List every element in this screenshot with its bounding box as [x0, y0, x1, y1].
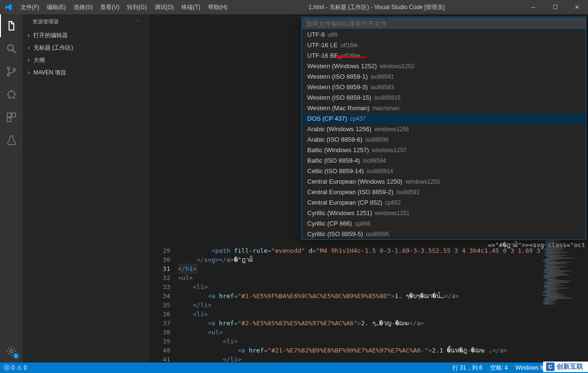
chevron-right-icon: › — [28, 42, 32, 53]
svg-point-14 — [10, 350, 13, 352]
files-icon — [6, 20, 17, 31]
chevron-right-icon: › — [28, 67, 32, 78]
settings-badge: 1 — [13, 353, 19, 359]
activity-scm[interactable] — [0, 60, 23, 83]
menu-selection[interactable]: 选择(S) — [70, 0, 96, 14]
vscode-icon — [0, 3, 17, 11]
chevron-right-icon: › — [28, 55, 32, 65]
encoding-option[interactable]: Central European (CP 852)cp852 — [302, 197, 586, 208]
menu-go[interactable]: 转到(G) — [123, 0, 150, 14]
activity-test[interactable] — [0, 129, 23, 152]
sidebar-section-workspace[interactable]: ›无标题 (工作区) — [23, 41, 149, 54]
encoding-option[interactable]: Central European (ISO 8859-2)iso88592 — [302, 187, 586, 197]
watermark: C 创新互联 — [543, 362, 588, 372]
encoding-option[interactable]: UTF-16 LEutf16le — [302, 40, 586, 51]
watermark-logo: C — [546, 363, 555, 371]
sidebar-section-open-editors[interactable]: ›打开的编辑器 — [23, 29, 149, 41]
activity-explorer[interactable] — [0, 14, 23, 37]
activity-debug[interactable] — [0, 83, 23, 106]
activity-extensions[interactable] — [0, 106, 23, 129]
menu-view[interactable]: 查看(V) — [96, 0, 123, 14]
encoding-option[interactable]: Cyrillic (CP 866)cp866 — [302, 218, 586, 229]
encoding-option[interactable]: Western (ISO 8859-1)iso88591 — [302, 72, 586, 82]
encoding-option[interactable]: UTF-16 BEutf16be — [302, 51, 586, 61]
encoding-option[interactable]: DOS (CP 437)cp437 — [302, 114, 586, 124]
activity-settings[interactable]: 1 — [0, 340, 23, 363]
encoding-option[interactable]: Baltic (ISO 8859-4)iso88594 — [302, 155, 586, 166]
encoding-option[interactable]: Baltic (Windows 1257)windows1257 — [302, 145, 586, 155]
svg-point-0 — [8, 45, 13, 51]
encoding-option[interactable]: Arabic (Windows 1256)windows1256 — [302, 124, 586, 135]
search-icon — [6, 43, 17, 54]
encoding-option[interactable]: Western (Mac Roman)macroman — [302, 103, 586, 114]
svg-line-9 — [8, 97, 9, 99]
line-numbers: 29303132333435363738394041 — [149, 14, 178, 363]
svg-point-3 — [8, 74, 10, 76]
encoding-option[interactable]: Central European (Windows 1250)windows12… — [302, 176, 586, 187]
bug-icon — [6, 89, 17, 100]
svg-point-2 — [8, 67, 10, 70]
svg-point-5 — [8, 91, 15, 98]
activity-bar: 1 — [0, 14, 23, 363]
maximize-button[interactable]: ☐ — [544, 0, 566, 14]
encoding-list[interactable]: UTF-8utf8UTF-16 LEutf16leUTF-16 BEutf16b… — [302, 30, 586, 239]
sidebar-section-maven[interactable]: ›MAVEN 项目 — [23, 66, 149, 79]
encoding-option[interactable]: Western (ISO 8859-3)iso88593 — [302, 82, 586, 93]
encoding-option[interactable]: UTF-8utf8 — [302, 30, 586, 40]
window-title: 1.html - 无标题 (工作区) - Visual Studio Code … — [231, 3, 522, 11]
menubar: 文件(F) 编辑(E) 选择(S) 查看(V) 转到(G) 调试(D) 终端(T… — [17, 0, 231, 14]
encoding-option[interactable]: Celtic (ISO 8859-14)iso885914 — [302, 166, 586, 176]
sidebar-title: 资源管理器⋯ — [23, 14, 149, 29]
menu-file[interactable]: 文件(F) — [17, 0, 43, 14]
svg-rect-12 — [12, 113, 16, 117]
chevron-right-icon: › — [28, 30, 32, 41]
menu-terminal[interactable]: 终端(T) — [178, 0, 204, 14]
svg-line-1 — [13, 50, 16, 53]
error-icon: ⓧ — [4, 364, 10, 372]
encoding-option[interactable]: Arabic (ISO 8859-6)iso88596 — [302, 135, 586, 145]
close-button[interactable]: ✕ — [566, 0, 588, 14]
menu-help[interactable]: 帮助(H) — [204, 0, 231, 14]
menu-edit[interactable]: 编辑(E) — [43, 0, 70, 14]
warning-icon: ⚠ — [17, 364, 22, 371]
encoding-dropdown: UTF-8utf8UTF-16 LEutf16leUTF-16 BEutf16b… — [301, 17, 586, 240]
encoding-search-input[interactable] — [303, 18, 586, 29]
sidebar: 资源管理器⋯ ›打开的编辑器 ›无标题 (工作区) ›大纲 ›MAVEN 项目 — [23, 14, 149, 363]
svg-line-10 — [14, 97, 15, 99]
status-line-col[interactable]: 行 31，列 6 — [449, 363, 486, 373]
encoding-option[interactable]: Cyrillic (ISO 8859-5)iso88595 — [302, 229, 586, 239]
menu-debug[interactable]: 调试(D) — [151, 0, 178, 14]
encoding-option[interactable]: Western (ISO 8859-15)iso885915 — [302, 93, 586, 103]
minimize-button[interactable]: ─ — [522, 0, 544, 14]
editor-area: ⇄ ◫ ⋯ .55 3 4 3h4c1.45 0 3 1.69 3�ๆๆ-���… — [149, 14, 588, 363]
activity-search[interactable] — [0, 37, 23, 60]
status-problems[interactable]: ⓧ0 ⚠0 — [0, 363, 31, 373]
encoding-option[interactable]: Western (Windows 1252)windows1252 — [302, 61, 586, 72]
status-indent[interactable]: 空格: 4 — [486, 363, 512, 373]
encoding-option[interactable]: Cyrillic (Windows 1251)windows1251 — [302, 208, 586, 218]
sidebar-section-outline[interactable]: ›大纲 — [23, 54, 149, 66]
branch-icon — [6, 66, 17, 77]
titlebar: 文件(F) 编辑(E) 选择(S) 查看(V) 转到(G) 调试(D) 终端(T… — [0, 0, 588, 14]
beaker-icon — [6, 135, 17, 146]
status-bar: ⓧ0 ⚠0 行 31，列 6 空格: 4 Windows 874 CRLF H — [0, 363, 588, 373]
extensions-icon — [6, 112, 17, 123]
svg-rect-13 — [7, 118, 11, 122]
window-controls: ─ ☐ ✕ — [522, 0, 588, 14]
svg-rect-11 — [7, 113, 11, 117]
svg-point-4 — [13, 69, 16, 71]
